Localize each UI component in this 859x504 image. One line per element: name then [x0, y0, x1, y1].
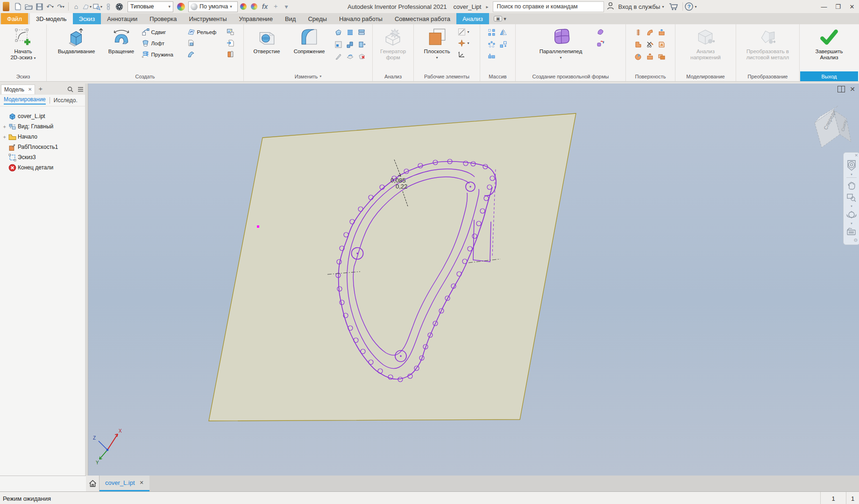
decal-button[interactable]	[227, 28, 239, 36]
local-update-icon[interactable]	[103, 1, 114, 12]
add-qat-icon[interactable]: ＋	[270, 1, 281, 12]
group-label-modify[interactable]: Изменить▾	[244, 71, 372, 81]
extend-icon[interactable]	[658, 41, 666, 49]
new-file-icon[interactable]	[13, 1, 23, 12]
search-flyout-arrow[interactable]: ▸	[486, 4, 488, 9]
tree-expander-icon[interactable]: ＋	[2, 133, 7, 140]
finish-analysis-button[interactable]: Завершить Анализ	[814, 26, 844, 61]
start-2d-sketch-button[interactable]: Начать 2D-эскиз ▾	[9, 26, 37, 62]
store-cart-icon[interactable]	[668, 1, 679, 12]
pattern-plus-icon[interactable]	[488, 53, 496, 61]
adjust-color-icon[interactable]	[238, 1, 248, 12]
pan-hand-icon[interactable]	[846, 179, 857, 190]
freeform-box-button[interactable]: Параллелепипед ▾	[534, 26, 588, 61]
rectangular-pattern-icon[interactable]	[488, 28, 496, 36]
save-icon[interactable]	[34, 1, 44, 12]
tree-expander-icon[interactable]: ＋	[2, 123, 7, 130]
work-axis-button[interactable]: ▾	[458, 28, 476, 36]
browser-tab-close-icon[interactable]: ✕	[28, 87, 32, 92]
navbar-wheel-caret-icon[interactable]: ▾	[851, 173, 852, 176]
fillet-button[interactable]: Сопряжение	[288, 26, 331, 55]
doc-tab-close-icon[interactable]: ✕	[140, 480, 144, 486]
browser-tab-model[interactable]: Модель✕	[1, 84, 35, 94]
view-cube[interactable]: Спереди Снизу	[815, 106, 851, 147]
color-wheel-icon[interactable]	[176, 1, 186, 12]
derive-button[interactable]	[187, 39, 226, 48]
ribbon-tab-вид[interactable]: Вид	[279, 13, 302, 24]
ruled-surface-icon[interactable]	[658, 53, 666, 61]
signin-menu[interactable]: Вход в службы▾	[618, 3, 664, 10]
sketch-ghost-icon[interactable]: ▾	[82, 1, 92, 12]
combine-icon[interactable]	[346, 41, 354, 49]
split-icon[interactable]	[358, 28, 366, 36]
stitch-icon[interactable]	[634, 28, 642, 36]
coil-button[interactable]: Пружина	[142, 50, 186, 59]
help-search-box[interactable]	[493, 1, 604, 12]
tree-item-workplane[interactable]: РабПлоскость1	[0, 142, 85, 152]
orbit-icon[interactable]	[845, 209, 858, 220]
zoom-window-icon[interactable]	[846, 192, 857, 203]
navbar-orbit-caret-icon[interactable]: ▾	[851, 222, 852, 225]
draft-icon[interactable]	[334, 53, 342, 61]
ribbon-tab-3d-модель[interactable]: 3D-модель	[30, 13, 73, 24]
work-plane-button[interactable]: Плоскость ▾	[418, 26, 457, 61]
ipart-author-button[interactable]	[227, 50, 239, 59]
move-face-icon[interactable]	[358, 41, 366, 49]
open-file-icon[interactable]	[23, 1, 34, 12]
freeform-convert-button[interactable]	[596, 39, 608, 48]
redo-icon[interactable]: ↷▾	[56, 1, 66, 12]
clear-color-icon[interactable]	[249, 1, 259, 12]
navbar-close-icon[interactable]: ✕	[854, 154, 858, 158]
restore-button[interactable]: ❐	[831, 1, 845, 12]
ribbon-tab-начало-работы[interactable]: Начало работы	[333, 13, 389, 24]
circular-pattern-icon[interactable]	[488, 41, 496, 49]
work-ucs-button[interactable]	[458, 50, 476, 59]
parameters-fx-icon[interactable]: fx	[260, 1, 270, 12]
sketch-pattern-icon[interactable]	[499, 41, 507, 49]
revolve-button[interactable]: Вращение	[102, 26, 141, 55]
help-icon[interactable]: ? ▾	[685, 1, 696, 12]
ribbon-tab-анализ[interactable]: Анализ	[456, 13, 489, 24]
close-button[interactable]: ✕	[845, 1, 859, 12]
stray-sketch-point[interactable]	[257, 225, 259, 228]
work-plane-face[interactable]	[209, 113, 576, 421]
emboss-button[interactable]: Рельеф	[187, 28, 226, 36]
tree-item-eop[interactable]: Конец детали	[0, 162, 85, 173]
ribbon-tab-проверка[interactable]: Проверка	[143, 13, 183, 24]
unwrap-button[interactable]	[187, 50, 226, 59]
trim-icon[interactable]	[646, 41, 654, 49]
ribbon-tab-файл[interactable]: Файл	[1, 13, 28, 24]
shell-icon[interactable]	[334, 28, 342, 36]
close-doc-icon[interactable]: ✕	[850, 85, 855, 93]
patch-icon[interactable]	[634, 53, 642, 61]
home-view-icon[interactable]: ⌂	[71, 1, 81, 12]
qat-customize-icon[interactable]: ▾	[281, 1, 291, 12]
replace-face-icon[interactable]	[646, 53, 654, 61]
face-offset-icon[interactable]	[634, 41, 642, 49]
tree-item-part[interactable]: cover_L.ipt	[0, 111, 85, 121]
sculpt-icon[interactable]	[346, 53, 354, 61]
ribbon-tab-аннотации[interactable]: Аннотации	[101, 13, 143, 24]
ribbon-tab-среды[interactable]: Среды	[302, 13, 333, 24]
undo-icon[interactable]: ↶▾	[45, 1, 55, 12]
extrude-button[interactable]: Выдавливание	[52, 26, 101, 55]
hole-button[interactable]: Отверстие	[247, 26, 287, 55]
ribbon-tab-совместная-работа[interactable]: Совместная работа	[389, 13, 456, 24]
appearance-combo[interactable]: По умолча▾	[188, 1, 238, 12]
render-wheel-icon[interactable]	[114, 1, 124, 12]
ribbon-tab-управление[interactable]: Управление	[233, 13, 279, 24]
loft-button[interactable]: Лофт	[142, 39, 186, 48]
navbar-zoom-caret-icon[interactable]: ▾	[851, 204, 852, 208]
ribbon-display-options[interactable]: ▣▾	[494, 13, 506, 24]
tree-item-view[interactable]: ＋Вид: Главный	[0, 121, 85, 132]
sweep-button[interactable]: Сдвиг	[142, 28, 186, 36]
home-tab-button[interactable]	[86, 476, 99, 491]
thread-icon[interactable]	[346, 28, 354, 36]
document-tab-active[interactable]: cover_L.ipt ✕	[99, 476, 149, 491]
ribbon-tab-инструменты[interactable]: Инструменты	[183, 13, 233, 24]
navigation-wheel-icon[interactable]	[846, 159, 857, 171]
tree-item-folder[interactable]: ＋Начало	[0, 132, 85, 142]
browser-search-icon[interactable]	[65, 86, 75, 92]
ribbon-tab-эскиз[interactable]: Эскиз	[73, 13, 101, 24]
corner-icon[interactable]	[334, 41, 342, 49]
